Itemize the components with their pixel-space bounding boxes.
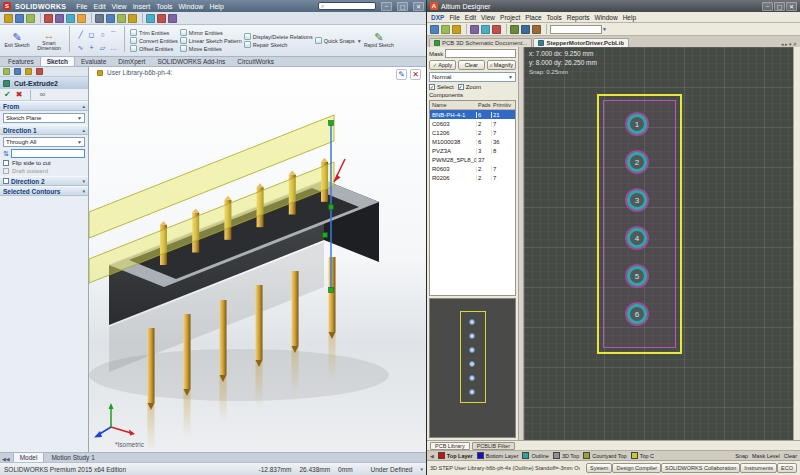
tab-circuitworks[interactable]: CircuitWorks bbox=[231, 57, 280, 66]
flip-side-checkbox[interactable] bbox=[3, 160, 9, 166]
components-table-header[interactable]: Name Pads Primitiv bbox=[430, 101, 515, 110]
pad-6[interactable]: 6 bbox=[627, 304, 647, 324]
display-mode-dropdown[interactable]: Normal▼ bbox=[429, 72, 516, 82]
direction2-section-header[interactable]: Direction 2▾ bbox=[0, 176, 88, 186]
new-doc-icon[interactable] bbox=[4, 14, 13, 23]
3d-model-pin-header[interactable] bbox=[89, 75, 427, 452]
layer-tab-3d-top[interactable]: 3D Top bbox=[553, 452, 579, 459]
ok-check-icon[interactable]: ✔ bbox=[4, 90, 11, 99]
print-icon[interactable] bbox=[452, 25, 461, 34]
featuremanager-tab-icon[interactable] bbox=[3, 68, 10, 75]
print-icon[interactable] bbox=[44, 14, 53, 23]
eco-button[interactable]: ECO bbox=[777, 463, 797, 473]
display-delete-relations-button[interactable]: Display/Delete Relations bbox=[244, 33, 313, 40]
close-button[interactable]: ✕ bbox=[413, 2, 424, 11]
tab-solidworks-addins[interactable]: SOLIDWORKS Add-Ins bbox=[151, 57, 231, 66]
direction2-checkbox[interactable] bbox=[3, 178, 9, 184]
options-icon[interactable] bbox=[106, 14, 115, 23]
menu-project[interactable]: Project bbox=[500, 14, 520, 21]
direction-reference-box[interactable] bbox=[11, 149, 85, 158]
right-panel-strip[interactable] bbox=[793, 47, 800, 440]
tab-dimxpert[interactable]: DimXpert bbox=[112, 57, 151, 66]
tab-pcb-3d-document[interactable]: PCB 3D Schematic Document... bbox=[429, 38, 532, 47]
tab-model[interactable]: Model bbox=[13, 452, 45, 462]
line-tool-icon[interactable]: ╱ bbox=[75, 28, 86, 41]
arc-tool-icon[interactable]: ⌒ bbox=[108, 28, 119, 41]
configurationmanager-tab-icon[interactable] bbox=[25, 68, 32, 75]
smart-dimension-button[interactable]: ↔ Smart Dimension bbox=[34, 26, 64, 55]
tab-sketch[interactable]: Sketch bbox=[40, 56, 75, 66]
draft-outward-checkbox[interactable] bbox=[3, 168, 9, 174]
layer-tab-outline[interactable]: Outline bbox=[522, 452, 548, 459]
display-style-icon[interactable] bbox=[146, 14, 155, 23]
close-button[interactable]: ✕ bbox=[786, 2, 797, 11]
tab-evaluate[interactable]: Evaluate bbox=[75, 57, 112, 66]
tab-motion-study[interactable]: Motion Study 1 bbox=[45, 453, 100, 462]
search-box[interactable]: ⌕ bbox=[318, 2, 376, 10]
menu-file[interactable]: File bbox=[449, 14, 459, 21]
tab-steppermotordriver-pcblib[interactable]: StepperMotorDriver.PcbLib bbox=[533, 38, 629, 47]
menu-tools[interactable]: Tools bbox=[547, 14, 562, 21]
clear-button[interactable]: Clear bbox=[784, 453, 797, 459]
point-tool-icon[interactable]: + bbox=[86, 41, 97, 54]
zoom-icon[interactable] bbox=[470, 25, 479, 34]
convert-entities-button[interactable]: Convert Entities bbox=[130, 37, 178, 44]
pad-1[interactable]: 1 bbox=[627, 114, 647, 134]
select-icon[interactable] bbox=[77, 14, 86, 23]
menu-help[interactable]: Help bbox=[209, 3, 223, 10]
menu-view[interactable]: View bbox=[112, 3, 127, 10]
maximize-button[interactable]: ▢ bbox=[774, 2, 785, 11]
minimize-button[interactable]: – bbox=[762, 2, 773, 11]
design-compiler-button[interactable]: Design Compiler bbox=[612, 463, 661, 473]
select-checkbox[interactable]: ✓ bbox=[429, 84, 435, 90]
maximize-button[interactable]: ▢ bbox=[397, 2, 408, 11]
undo-icon[interactable] bbox=[55, 14, 64, 23]
component-row[interactable]: R060327 bbox=[430, 164, 515, 173]
mirror-entities-button[interactable]: Mirror Entities bbox=[180, 29, 242, 36]
rebuild-icon[interactable] bbox=[95, 14, 104, 23]
place-pad-icon[interactable] bbox=[510, 25, 519, 34]
layer-tab-courtyard-top[interactable]: Courtyard Top bbox=[583, 452, 626, 459]
save-icon[interactable] bbox=[26, 14, 35, 23]
cancel-x-icon[interactable]: ✖ bbox=[16, 90, 23, 99]
from-dropdown[interactable]: Sketch Plane▼ bbox=[3, 113, 85, 123]
pcb-editor-canvas[interactable]: x: 7.000 dx: 9.250 mm y: 8.000 dy: 26.25… bbox=[524, 47, 793, 440]
snap-button[interactable]: Snap bbox=[735, 453, 748, 459]
menu-window[interactable]: Window bbox=[595, 14, 618, 21]
rapid-sketch-button[interactable]: ✎ Rapid Sketch bbox=[364, 26, 394, 55]
fit-board-icon[interactable] bbox=[481, 25, 490, 34]
component-row[interactable]: R020627 bbox=[430, 173, 515, 182]
linear-sketch-pattern-button[interactable]: Linear Sketch Pattern bbox=[180, 37, 242, 44]
zoom-fit-icon[interactable] bbox=[117, 14, 126, 23]
propertymanager-tab-icon[interactable] bbox=[14, 68, 21, 75]
menu-file[interactable]: File bbox=[76, 3, 87, 10]
circle-tool-icon[interactable]: ○ bbox=[97, 28, 108, 41]
menu-place[interactable]: Place bbox=[525, 14, 541, 21]
repair-sketch-button[interactable]: Repair Sketch bbox=[244, 41, 313, 48]
trim-entities-button[interactable]: Trim Entities bbox=[130, 29, 178, 36]
footprint-combo[interactable] bbox=[550, 25, 602, 34]
dimxpertmanager-tab-icon[interactable] bbox=[36, 68, 43, 75]
pad-2[interactable]: 2 bbox=[627, 152, 647, 172]
apply-button[interactable]: ✓Apply bbox=[429, 60, 456, 70]
pad-3[interactable]: 3 bbox=[627, 190, 647, 210]
menu-insert[interactable]: Insert bbox=[133, 3, 151, 10]
pad-5[interactable]: 5 bbox=[627, 266, 647, 286]
zoom-checkbox[interactable]: ✓ bbox=[458, 84, 464, 90]
zoom-checkbox-row[interactable]: ✓Zoom bbox=[458, 84, 481, 90]
redo-icon[interactable] bbox=[66, 14, 75, 23]
exit-sketch-button[interactable]: ✎ Exit Sketch bbox=[2, 26, 32, 55]
status-options-icon[interactable]: ▾ bbox=[420, 466, 423, 472]
menu-tools[interactable]: Tools bbox=[156, 3, 172, 10]
from-section-header[interactable]: From▴ bbox=[0, 101, 88, 111]
spline-tool-icon[interactable]: ∿ bbox=[75, 41, 86, 54]
detailed-preview-icon[interactable]: ∞ bbox=[39, 90, 45, 99]
place-string-icon[interactable] bbox=[532, 25, 541, 34]
open-icon[interactable] bbox=[430, 25, 439, 34]
component-row[interactable]: BNB-PH-4-1621 bbox=[430, 110, 515, 119]
minimize-button[interactable]: – bbox=[381, 2, 392, 11]
direction-reverse-icon[interactable]: ⇅ bbox=[3, 150, 9, 158]
polygon-tool-icon[interactable]: ▱ bbox=[97, 41, 108, 54]
offset-entities-button[interactable]: Offset Entities bbox=[130, 45, 178, 52]
menu-window[interactable]: Window bbox=[178, 3, 203, 10]
